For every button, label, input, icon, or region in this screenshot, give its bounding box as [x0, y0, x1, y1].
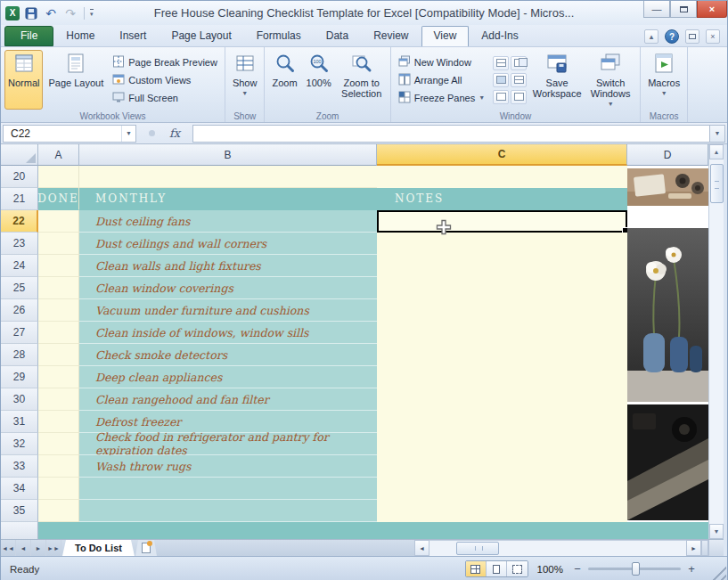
- page-break-preview-shortcut[interactable]: [507, 561, 528, 576]
- cell-A21[interactable]: DONE: [38, 188, 79, 210]
- cell-B20[interactable]: [79, 166, 377, 188]
- custom-views-button[interactable]: Custom Views: [109, 71, 221, 88]
- cell-B35[interactable]: [79, 500, 377, 522]
- cell-C32[interactable]: [377, 433, 627, 455]
- cell-B28[interactable]: Check smoke detectors: [79, 344, 377, 366]
- cell-C20[interactable]: [377, 166, 627, 188]
- cell-C24[interactable]: [377, 255, 627, 277]
- unhide-window-icon[interactable]: [493, 90, 509, 104]
- ribbon-tab-page-layout[interactable]: Page Layout: [159, 26, 243, 46]
- row-header-20[interactable]: 20: [1, 166, 38, 188]
- page-break-preview-button[interactable]: Page Break Preview: [109, 53, 221, 70]
- cell-A34[interactable]: [38, 478, 79, 500]
- hide-window-icon[interactable]: [493, 73, 509, 87]
- zoom-slider-thumb[interactable]: [632, 562, 640, 576]
- cell-B25[interactable]: Clean window coverings: [79, 277, 377, 299]
- qat-dropdown-icon[interactable]: ▾: [90, 9, 94, 18]
- next-sheet-icon[interactable]: ►: [31, 540, 46, 556]
- row-header-27[interactable]: 27: [1, 322, 38, 344]
- excel-logo-icon[interactable]: X: [5, 6, 20, 20]
- zoom-100-button[interactable]: 100 100%: [303, 50, 335, 110]
- column-header-D[interactable]: D: [627, 144, 708, 166]
- freeze-panes-button[interactable]: Freeze Panes ▼: [395, 89, 488, 106]
- cell-C29[interactable]: [377, 366, 627, 388]
- sheet-tab-to-do-list[interactable]: To Do List: [62, 540, 135, 556]
- ribbon-tab-file[interactable]: File: [4, 26, 53, 46]
- zoom-out-icon[interactable]: −: [572, 562, 583, 576]
- cell-A33[interactable]: [38, 455, 79, 478]
- cell-B34[interactable]: [79, 478, 377, 500]
- scroll-down-icon[interactable]: ▼: [709, 524, 724, 539]
- cell-A30[interactable]: [38, 388, 79, 411]
- cell-B29[interactable]: Deep clean appliances: [79, 366, 377, 388]
- select-all-corner[interactable]: [1, 144, 38, 166]
- ribbon-tab-view[interactable]: View: [421, 26, 470, 46]
- ribbon-tab-home[interactable]: Home: [53, 26, 107, 46]
- minimize-ribbon-icon[interactable]: ▴: [644, 29, 658, 44]
- column-header-B[interactable]: B: [79, 144, 377, 166]
- row-header-24[interactable]: 24: [1, 255, 38, 277]
- cell-C25[interactable]: [377, 277, 627, 299]
- cell-B30[interactable]: Clean rangehood and fan filter: [79, 388, 377, 411]
- scroll-left-icon[interactable]: ◄: [414, 540, 429, 556]
- cell-A31[interactable]: [38, 411, 79, 433]
- horizontal-scrollbar[interactable]: [429, 540, 686, 556]
- cell-C28[interactable]: [377, 344, 627, 366]
- column-header-A[interactable]: A: [38, 144, 79, 166]
- row-header-32[interactable]: 32: [1, 433, 38, 455]
- vertical-scrollbar-thumb[interactable]: [710, 164, 724, 203]
- reset-window-position-icon[interactable]: [511, 90, 527, 104]
- cell-B21[interactable]: MONTHLY: [79, 188, 377, 210]
- zoom-button[interactable]: Zoom: [268, 50, 300, 110]
- row-header-26[interactable]: 26: [1, 299, 38, 322]
- restore-workbook-icon[interactable]: [685, 29, 699, 44]
- zoom-level[interactable]: 100%: [537, 564, 563, 575]
- cell-C33[interactable]: [377, 455, 627, 478]
- cell-A23[interactable]: [38, 233, 79, 255]
- minimize-button[interactable]: —: [643, 1, 670, 18]
- cell-B27[interactable]: Clean inside of windows, window sills: [79, 322, 377, 344]
- cell-A20[interactable]: [38, 166, 79, 188]
- cell-A32[interactable]: [38, 433, 79, 455]
- split-icon[interactable]: [493, 56, 509, 70]
- row-header-31[interactable]: 31: [1, 411, 38, 433]
- close-workbook-icon[interactable]: ×: [706, 29, 720, 44]
- row-header-30[interactable]: 30: [1, 388, 38, 411]
- cell-A35[interactable]: [38, 500, 79, 522]
- help-icon[interactable]: ?: [665, 29, 679, 44]
- cell-A24[interactable]: [38, 255, 79, 277]
- name-box[interactable]: C22 ▼: [3, 125, 136, 143]
- row-header-35[interactable]: 35: [1, 500, 38, 522]
- column-header-C[interactable]: C: [377, 144, 627, 166]
- cell-C35[interactable]: [377, 500, 627, 522]
- last-sheet-icon[interactable]: ►►: [46, 540, 61, 556]
- normal-view-button[interactable]: Normal: [4, 50, 43, 110]
- close-button[interactable]: ×: [697, 1, 727, 18]
- cell-C31[interactable]: [377, 411, 627, 433]
- cell-C26[interactable]: [377, 299, 627, 322]
- new-window-button[interactable]: New Window: [395, 53, 488, 70]
- cell-A27[interactable]: [38, 322, 79, 344]
- page-layout-view-button[interactable]: Page Layout: [45, 50, 107, 110]
- redo-icon[interactable]: ↷: [62, 5, 78, 21]
- cell-C34[interactable]: [377, 478, 627, 500]
- scroll-right-icon[interactable]: ►: [686, 540, 701, 556]
- undo-icon[interactable]: ↶: [43, 5, 59, 21]
- cell-C27[interactable]: [377, 322, 627, 344]
- zoom-slider-track[interactable]: [588, 568, 681, 570]
- ribbon-tab-formulas[interactable]: Formulas: [244, 26, 314, 46]
- cell-B23[interactable]: Dust ceilings and wall corners: [79, 233, 377, 255]
- ribbon-tab-add-ins[interactable]: Add-Ins: [469, 26, 530, 46]
- arrange-all-button[interactable]: Arrange All: [395, 71, 488, 88]
- zoom-in-icon[interactable]: +: [686, 562, 697, 576]
- save-icon[interactable]: [23, 5, 39, 21]
- switch-windows-button[interactable]: Switch Windows ▼: [585, 50, 636, 110]
- row-header-21[interactable]: 21: [1, 188, 38, 210]
- row-header-36[interactable]: [1, 522, 38, 539]
- selected-cell-C22[interactable]: [377, 210, 627, 233]
- previous-sheet-icon[interactable]: ◄: [16, 540, 31, 556]
- row-36-cells[interactable]: [38, 522, 708, 539]
- cell-B32[interactable]: Check food in refrigerator and pantry fo…: [79, 433, 377, 455]
- cell-A29[interactable]: [38, 366, 79, 388]
- vertical-scrollbar[interactable]: ▲ ▼: [708, 144, 724, 539]
